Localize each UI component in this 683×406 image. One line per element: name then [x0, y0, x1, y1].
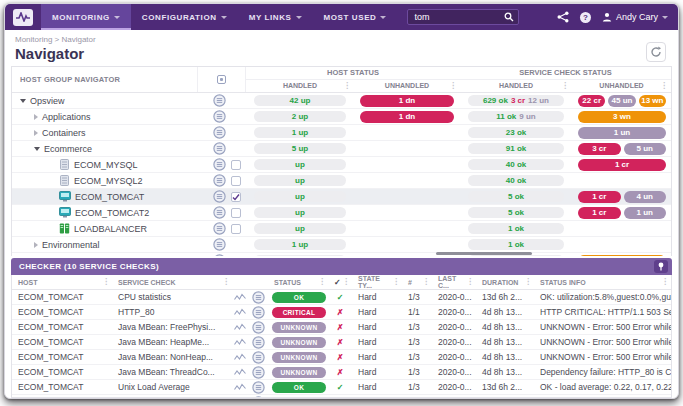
- handled-count-pill[interactable]: 2 up: [254, 111, 346, 122]
- unhandled-pill[interactable]: 45 un: [608, 95, 635, 107]
- checker-row-cpu-statistics[interactable]: ECOM_TOMCATCPU statisticsOK✓Hard1/32020-…: [12, 290, 671, 305]
- handled-count-pill[interactable]: 629 ok3 cr12 un: [468, 95, 564, 106]
- hamburger-menu-icon[interactable]: [252, 321, 265, 334]
- controls-column-header[interactable]: [198, 67, 246, 92]
- column-menu-icon[interactable]: ⋮: [392, 278, 400, 286]
- handled-count-pill[interactable]: 23 ok: [468, 127, 564, 138]
- hamburger-menu-icon[interactable]: [213, 174, 226, 187]
- tree-row-ecom-mysql2[interactable]: ECOM_MYSQL2up40 ok: [12, 173, 671, 189]
- tree-row-applications[interactable]: Applications2 up1 dn11 ok9 un3 wn: [12, 109, 671, 125]
- column-menu-icon[interactable]: ⋮: [318, 278, 326, 286]
- handled-count-pill[interactable]: 1 up: [254, 127, 346, 138]
- sparkline-icon[interactable]: [234, 293, 246, 302]
- service-check-cell[interactable]: Java MBean: ThreadCo...: [112, 367, 232, 377]
- checker-row-java-mbean-nonheap-[interactable]: ECOM_TOMCATJava MBean: NonHeap...UNKNOWN…: [12, 350, 671, 365]
- svc-unhandled-header[interactable]: UNHANDLED⋮: [572, 80, 671, 92]
- tree-collapsed-icon[interactable]: [34, 130, 38, 136]
- handled-count-pill[interactable]: 5 ok: [468, 207, 564, 218]
- column-menu-icon[interactable]: ⋮: [661, 278, 669, 286]
- checker-row-unix-load-average[interactable]: ECOM_TOMCATUnix Load AverageOK✓Hard1/320…: [12, 380, 671, 395]
- handled-count-pill[interactable]: 1 ok: [468, 239, 564, 250]
- service-check-cell[interactable]: Java MBean: HeapMe...: [112, 337, 232, 347]
- share-icon[interactable]: [557, 11, 569, 23]
- hamburger-menu-icon[interactable]: [213, 238, 226, 251]
- status-badge[interactable]: UNKNOWN: [272, 367, 326, 378]
- sparkline-icon[interactable]: [234, 323, 246, 332]
- hamburger-menu-icon[interactable]: [213, 158, 226, 171]
- unhandled-pill[interactable]: 1 dn: [360, 95, 454, 107]
- host-handled-header[interactable]: HANDLED⋮: [246, 80, 354, 92]
- duration-column-header[interactable]: DURATION⋮: [476, 275, 534, 289]
- hamburger-menu-icon[interactable]: [213, 222, 226, 235]
- nav-item-monitoring[interactable]: MONITORING: [41, 4, 131, 30]
- nav-item-most-used[interactable]: MOST USED: [313, 4, 398, 30]
- handled-count-pill[interactable]: up: [254, 207, 346, 218]
- handled-count-pill[interactable]: 11 ok9 un: [468, 111, 564, 122]
- tree-row-ecom-mysql[interactable]: ECOM_MYSQLup40 ok1 cr: [12, 157, 671, 173]
- column-menu-icon[interactable]: ⋮: [449, 82, 457, 90]
- tree-expanded-icon[interactable]: [20, 99, 26, 103]
- handled-count-pill[interactable]: 40 ok: [468, 159, 564, 170]
- handled-count-pill[interactable]: 5 ok: [468, 191, 564, 202]
- unhandled-pill[interactable]: 13 wn: [639, 95, 666, 107]
- handled-count-pill[interactable]: up: [254, 191, 346, 202]
- handled-count-pill[interactable]: up: [254, 175, 346, 186]
- horizontal-scrollbar[interactable]: [12, 252, 671, 256]
- status-badge[interactable]: CRITICAL: [272, 307, 326, 318]
- host-checkbox[interactable]: [231, 192, 241, 202]
- host-column-header[interactable]: HOST⋮: [12, 275, 112, 289]
- sparkline-icon[interactable]: [234, 353, 246, 362]
- hamburger-menu-icon[interactable]: [213, 126, 226, 139]
- hamburger-menu-icon[interactable]: [213, 190, 226, 203]
- tree-column-header[interactable]: HOST GROUP NAVIGATOR: [12, 67, 198, 92]
- status-badge[interactable]: OK: [272, 292, 326, 303]
- unhandled-pill[interactable]: 5 un: [624, 143, 667, 155]
- column-menu-icon[interactable]: ⋮: [343, 82, 351, 90]
- hamburger-menu-icon[interactable]: [252, 366, 265, 379]
- search-input[interactable]: [414, 12, 504, 22]
- help-icon[interactable]: ?: [580, 12, 591, 23]
- tree-collapsed-icon[interactable]: [34, 242, 38, 248]
- nav-item-my-links[interactable]: MY LINKS: [238, 4, 313, 30]
- status-badge[interactable]: UNKNOWN: [272, 322, 326, 333]
- hamburger-menu-icon[interactable]: [213, 94, 226, 107]
- tree-collapsed-icon[interactable]: [34, 114, 38, 120]
- svc-handled-header[interactable]: HANDLED⋮: [460, 80, 572, 92]
- handled-count-pill[interactable]: 40 ok: [468, 175, 564, 186]
- status-column-header[interactable]: STATUS⋮: [268, 275, 328, 289]
- opsview-logo[interactable]: [13, 9, 33, 26]
- service-check-cell[interactable]: Unix Memory: [112, 397, 232, 398]
- unhandled-pill[interactable]: 3 wn: [578, 111, 666, 123]
- sparkline-icon[interactable]: [234, 398, 246, 399]
- tree-row-opsview[interactable]: Opsview42 up1 dn629 ok3 cr12 un22 cr45 u…: [12, 93, 671, 109]
- host-unhandled-header[interactable]: UNHANDLED⋮: [354, 80, 460, 92]
- tree-row-environmental[interactable]: Environmental1 up1 ok: [12, 237, 671, 253]
- handled-count-pill[interactable]: 91 ok: [468, 143, 564, 154]
- unhandled-pill[interactable]: 4 un: [624, 191, 667, 203]
- hamburger-menu-icon[interactable]: [252, 336, 265, 349]
- handled-count-pill[interactable]: 1 up: [254, 239, 346, 250]
- attempt-column-header[interactable]: #⋮: [402, 275, 432, 289]
- column-menu-icon[interactable]: ⋮: [102, 278, 110, 286]
- handled-count-pill[interactable]: up: [254, 159, 346, 170]
- hamburger-menu-icon[interactable]: [213, 206, 226, 219]
- sparkline-icon[interactable]: [234, 368, 246, 377]
- sparkline-icon[interactable]: [234, 338, 246, 347]
- status-badge[interactable]: UNKNOWN: [272, 337, 326, 348]
- tree-row-ecommerce[interactable]: Ecommerce5 up91 ok3 cr5 un: [12, 141, 671, 157]
- hamburger-menu-icon[interactable]: [252, 306, 265, 319]
- checker-row-java-mbean-threadco-[interactable]: ECOM_TOMCATJava MBean: ThreadCo...UNKNOW…: [12, 365, 671, 380]
- unhandled-pill[interactable]: 22 cr: [578, 95, 605, 107]
- tree-row-loadbalancer[interactable]: LOADBALANCERup1 ok: [12, 221, 671, 237]
- tree-row-containers[interactable]: Containers1 up23 ok1 un: [12, 125, 671, 141]
- host-checkbox[interactable]: [231, 160, 241, 170]
- last-check-column-header[interactable]: LAST C...⋮: [432, 275, 476, 289]
- checker-row-unix-memory[interactable]: ECOM_TOMCATUnix MemoryOK✓Hard1/32020-0..…: [12, 395, 671, 398]
- column-menu-icon[interactable]: ⋮: [342, 278, 350, 286]
- scrollbar-thumb[interactable]: [436, 252, 532, 255]
- state-type-column-header[interactable]: STATE TY...⋮: [352, 275, 402, 289]
- column-menu-icon[interactable]: ⋮: [524, 278, 532, 286]
- hamburger-menu-icon[interactable]: [252, 291, 265, 304]
- column-menu-icon[interactable]: ⋮: [466, 278, 474, 286]
- unhandled-pill[interactable]: 1 un: [578, 127, 666, 139]
